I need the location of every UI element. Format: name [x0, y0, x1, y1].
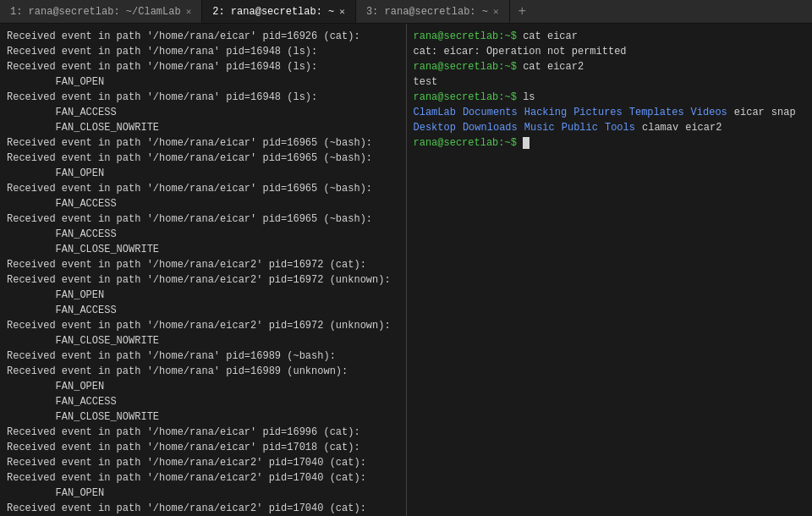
right-pane-line: test: [414, 74, 806, 90]
dir-item: Tools: [605, 120, 635, 135]
left-pane-line: Received event in path '/home/rana/eicar…: [7, 440, 399, 455]
dir-item: Downloads: [463, 120, 518, 135]
dir-item: snap: [771, 105, 796, 120]
dir-item: Templates: [629, 105, 684, 120]
left-pane-line: FAN_OPEN: [7, 379, 399, 394]
right-pane-line: rana@secretlab:~$ cat eicar2: [414, 59, 806, 74]
dir-item: Videos: [691, 105, 727, 120]
left-pane-line: FAN_ACCESS: [7, 196, 399, 211]
left-pane-line: FAN_ACCESS: [7, 105, 399, 120]
tab-2[interactable]: 2: rana@secretlab: ~ ✕: [202, 0, 356, 23]
command-text: cat eicar: [523, 30, 578, 42]
left-pane-line: Received event in path '/home/rana/eicar…: [7, 135, 399, 151]
left-pane-line: Received event in path '/home/rana' pid=…: [7, 90, 399, 105]
left-pane-line: FAN_CLOSE_NOWRITE: [7, 120, 399, 135]
left-pane-line: FAN_OPEN: [7, 288, 399, 303]
dir-item: Public: [562, 120, 598, 135]
ls-row-1: ClamLabDocumentsHackingPicturesTemplates…: [414, 105, 806, 120]
left-pane-line: FAN_CLOSE_NOWRITE: [7, 333, 399, 349]
dir-item: Desktop: [414, 120, 456, 135]
tab-1-label: 1: rana@secretlab: ~/ClamLab: [10, 6, 181, 18]
left-pane-line: Received event in path '/home/rana' pid=…: [7, 349, 399, 364]
left-pane-line: Received event in path '/home/rana/eicar…: [7, 470, 399, 486]
right-pane-line: rana@secretlab:~$ ls: [414, 90, 806, 105]
right-pane-line: rana@secretlab:~$ cat eicar: [414, 29, 806, 44]
prompt-text: rana@secretlab:~$: [414, 91, 524, 103]
left-pane-line: FAN_CLOSE_NOWRITE: [7, 242, 399, 257]
left-pane-line: Received event in path '/home/rana/eicar…: [7, 501, 399, 516]
prompt-text: rana@secretlab:~$: [414, 30, 524, 42]
dir-item: eicar: [734, 105, 765, 120]
left-pane-line: Received event in path '/home/rana/eicar…: [7, 181, 399, 196]
left-pane-line: Received event in path '/home/rana/eicar…: [7, 425, 399, 440]
dir-item: Documents: [463, 105, 518, 120]
command-text: ls: [523, 91, 535, 103]
dir-item: Hacking: [524, 105, 567, 120]
left-pane-line: Received event in path '/home/rana' pid=…: [7, 59, 399, 74]
left-pane-line: Received event in path '/home/rana' pid=…: [7, 364, 399, 379]
left-pane[interactable]: Received event in path '/home/rana/eicar…: [0, 24, 407, 516]
dir-item: Music: [524, 120, 555, 135]
left-pane-line: Received event in path '/home/rana/eicar…: [7, 29, 399, 44]
tab-3-label: 3: rana@secretlab: ~: [366, 6, 488, 18]
left-pane-line: FAN_ACCESS: [7, 394, 399, 409]
final-prompt-line: rana@secretlab:~$: [414, 135, 806, 151]
final-prompt-text: rana@secretlab:~$: [414, 137, 524, 149]
command-text: cat eicar2: [523, 61, 584, 73]
tab-1-close[interactable]: ✕: [186, 6, 192, 17]
left-pane-line: FAN_OPEN: [7, 486, 399, 501]
tab-3[interactable]: 3: rana@secretlab: ~ ✕: [356, 0, 510, 23]
left-pane-line: FAN_ACCESS: [7, 303, 399, 318]
left-pane-line: Received event in path '/home/rana/eicar…: [7, 151, 399, 166]
tab-1[interactable]: 1: rana@secretlab: ~/ClamLab ✕: [0, 0, 202, 23]
left-pane-line: Received event in path '/home/rana/eicar…: [7, 257, 399, 272]
tab-bar: 1: rana@secretlab: ~/ClamLab ✕ 2: rana@s…: [0, 0, 812, 24]
terminal-cursor: [523, 137, 529, 149]
ls-row-2: DesktopDownloadsMusicPublicToolsclamavei…: [414, 120, 806, 135]
left-pane-line: FAN_CLOSE_NOWRITE: [7, 409, 399, 425]
left-pane-line: Received event in path '/home/rana/eicar…: [7, 455, 399, 470]
left-pane-line: Received event in path '/home/rana' pid=…: [7, 44, 399, 59]
left-pane-line: Received event in path '/home/rana/eicar…: [7, 272, 399, 288]
left-pane-line: FAN_OPEN: [7, 74, 399, 90]
prompt-text: rana@secretlab:~$: [414, 61, 524, 73]
left-pane-line: Received event in path '/home/rana/eicar…: [7, 211, 399, 227]
right-pane-line: cat: eicar: Operation not permitted: [414, 44, 806, 59]
left-pane-line: FAN_ACCESS: [7, 227, 399, 242]
right-pane[interactable]: rana@secretlab:~$ cat eicarcat: eicar: O…: [407, 24, 813, 516]
tab-3-close[interactable]: ✕: [493, 6, 499, 17]
tab-2-close[interactable]: ✕: [339, 6, 345, 17]
terminal-layout: Received event in path '/home/rana/eicar…: [0, 24, 812, 516]
dir-item: Pictures: [573, 105, 623, 120]
dir-item: eicar2: [685, 120, 721, 135]
dir-item: ClamLab: [414, 105, 456, 120]
left-pane-line: Received event in path '/home/rana/eicar…: [7, 318, 399, 333]
tab-2-label: 2: rana@secretlab: ~: [212, 6, 334, 18]
left-pane-line: FAN_OPEN: [7, 166, 399, 181]
dir-item: clamav: [642, 120, 678, 135]
tab-add-button[interactable]: +: [510, 0, 535, 23]
